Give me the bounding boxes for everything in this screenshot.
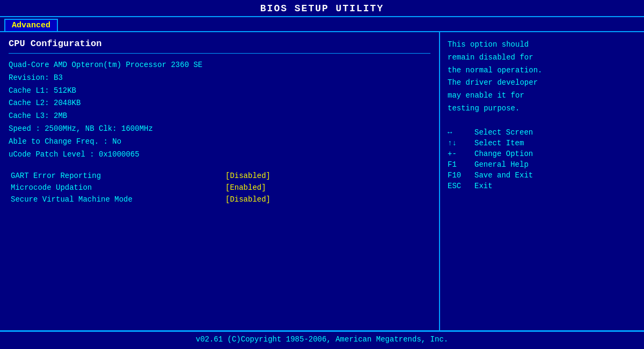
help-line: the normal operation.: [448, 64, 636, 77]
cpu-info-line-2: Cache L1: 512KB: [9, 85, 430, 98]
key-desc-4: Save and Exit: [474, 171, 533, 180]
cpu-info-line-4: Cache L3: 2MB: [9, 110, 430, 123]
section-title: CPU Configuration: [9, 39, 430, 49]
title-bar: BIOS SETUP UTILITY: [0, 0, 644, 17]
setting-name-0: GART Error Reporting: [9, 170, 223, 181]
bios-title: BIOS SETUP UTILITY: [260, 3, 384, 14]
key-desc-1: Select Item: [474, 139, 524, 147]
help-line: may enable it for: [448, 90, 636, 102]
main-content: CPU Configuration Quad-Core AMD Opteron(…: [0, 32, 644, 331]
setting-name-1: Microcode Updation: [9, 182, 223, 193]
key-row-4: F10 Save and Exit: [448, 171, 636, 180]
setting-row-2[interactable]: Secure Virtual Machine Mode [Disabled]: [9, 194, 430, 205]
setting-name-2: Secure Virtual Machine Mode: [9, 194, 223, 205]
key-symbol-0: ↔: [448, 128, 474, 137]
key-desc-0: Select Screen: [474, 128, 533, 137]
key-desc-5: Exit: [474, 182, 493, 190]
cpu-info-line-3: Cache L2: 2048KB: [9, 97, 430, 110]
key-row-5: ESC Exit: [448, 182, 636, 190]
help-line: testing purpose.: [448, 102, 636, 115]
key-desc-3: General Help: [474, 160, 529, 169]
help-line: remain disabled for: [448, 51, 636, 64]
key-symbol-4: F10: [448, 171, 474, 180]
key-symbol-1: ↑↓: [448, 139, 474, 147]
right-panel: This option shouldremain disabled forthe…: [440, 32, 644, 330]
setting-row-1[interactable]: Microcode Updation [Enabled]: [9, 182, 430, 193]
key-symbol-2: +-: [448, 150, 474, 158]
setting-value-1: [Enabled]: [223, 182, 268, 193]
left-panel: CPU Configuration Quad-Core AMD Opteron(…: [0, 32, 440, 330]
key-help: ↔ Select Screen ↑↓ Select Item +- Change…: [448, 128, 636, 190]
cpu-info-line-0: Quad-Core AMD Opteron(tm) Processor 2360…: [9, 59, 430, 72]
footer-label: v02.61 (C)Copyright 1985-2006, American …: [196, 335, 448, 344]
cpu-info-block: Quad-Core AMD Opteron(tm) Processor 2360…: [9, 59, 430, 161]
help-text: This option shouldremain disabled forthe…: [448, 39, 636, 115]
cpu-info-line-5: Speed : 2500MHz, NB Clk: 1600MHz: [9, 123, 430, 136]
setting-value-2: [Disabled]: [223, 194, 273, 205]
setting-row-0[interactable]: GART Error Reporting [Disabled]: [9, 170, 430, 181]
key-row-2: +- Change Option: [448, 150, 636, 158]
settings-area: GART Error Reporting [Disabled] Microcod…: [9, 170, 430, 205]
key-row-1: ↑↓ Select Item: [448, 139, 636, 147]
divider: [9, 53, 430, 54]
key-desc-2: Change Option: [474, 150, 533, 158]
help-line: This option should: [448, 39, 636, 51]
cpu-info-line-7: uCode Patch Level : 0x1000065: [9, 148, 430, 161]
cpu-info-line-6: Able to Change Freq. : No: [9, 136, 430, 148]
key-symbol-3: F1: [448, 160, 474, 169]
key-symbol-5: ESC: [448, 182, 474, 190]
key-row-0: ↔ Select Screen: [448, 128, 636, 137]
key-row-3: F1 General Help: [448, 160, 636, 169]
help-line: The driver developer: [448, 77, 636, 90]
tab-bar: Advanced: [0, 17, 644, 32]
tab-advanced[interactable]: Advanced: [4, 19, 58, 31]
cpu-info-line-1: Revision: B3: [9, 72, 430, 85]
setting-value-0: [Disabled]: [223, 170, 273, 181]
footer: v02.61 (C)Copyright 1985-2006, American …: [0, 331, 644, 347]
